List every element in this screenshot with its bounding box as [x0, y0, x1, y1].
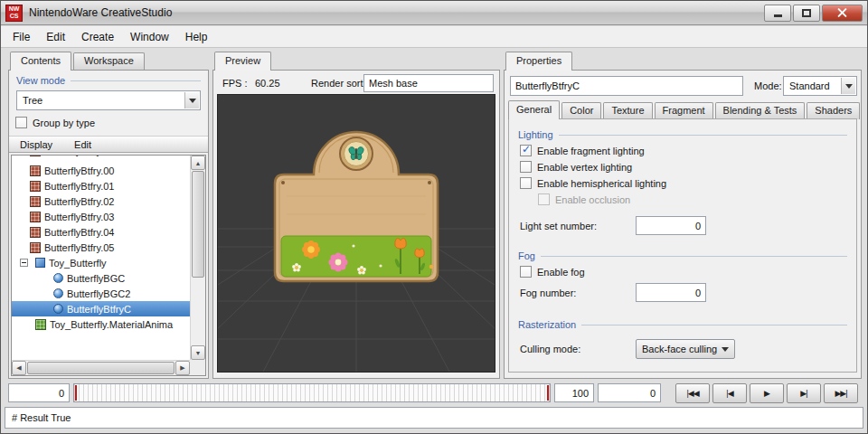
scroll-down-button[interactable]: ▼	[191, 345, 205, 360]
tree-item[interactable]: Toy_Butterfly.MaterialAnima	[12, 316, 190, 332]
lighting-heading: Lighting	[518, 129, 847, 140]
logo-text-bottom: CS	[10, 13, 19, 20]
skip-to-end-button[interactable]: ▶▶|	[824, 383, 858, 403]
menu-window[interactable]: Window	[122, 28, 177, 46]
mode-dropdown[interactable]: Standard	[783, 76, 857, 96]
render-sort-field[interactable]: Mesh base	[363, 74, 494, 92]
contents-tabstrip: Contents Workspace	[8, 52, 209, 70]
view-mode-dropdown[interactable]: Tree	[16, 90, 201, 110]
step-forward-button[interactable]: ▶|	[787, 383, 821, 403]
preview-viewport-3d[interactable]	[218, 95, 495, 372]
horizontal-scrollbar[interactable]: ◀ ▶	[12, 360, 190, 375]
collapse-expander-icon[interactable]	[20, 259, 28, 267]
fps-label: FPS :	[222, 78, 248, 89]
vertical-scrollbar[interactable]: ▲ ▼	[190, 156, 205, 360]
light-set-number-field[interactable]: 0	[636, 216, 706, 235]
tab-color[interactable]: Color	[561, 102, 601, 119]
minimize-icon	[774, 14, 782, 17]
tree-item-label: ButterflyBtfryC	[67, 304, 131, 315]
dropdown-button[interactable]	[841, 78, 855, 94]
enable-fog-checkbox[interactable]: Enable fog	[520, 266, 845, 278]
frame-start-field[interactable]: 0	[8, 383, 70, 402]
tab-workspace[interactable]: Workspace	[73, 52, 145, 70]
toolbar-display-menu[interactable]: Display	[9, 138, 63, 151]
maximize-button[interactable]	[793, 5, 820, 22]
checkbox-checked-icon	[520, 145, 532, 156]
tree-item[interactable]: ButterflyBtfry.02	[12, 193, 190, 209]
light-set-number-row: Light set number: 0	[520, 216, 845, 238]
skip-to-end-icon: ▶▶|	[835, 389, 846, 398]
menu-help[interactable]: Help	[177, 28, 216, 46]
close-icon	[837, 8, 847, 18]
minimize-button[interactable]	[764, 5, 791, 22]
checkbox-icon	[520, 266, 532, 278]
tree-item-selected[interactable]: ButterflyBtfryC	[12, 301, 190, 316]
frame-end-field[interactable]: 100	[554, 383, 594, 402]
tab-preview[interactable]: Preview	[214, 52, 271, 71]
enable-hemispherical-lighting-checkbox[interactable]: Enable hemispherical lighting	[520, 177, 845, 189]
horizontal-scrollbar-thumb[interactable]	[27, 362, 175, 374]
fog-number-field[interactable]: 0	[636, 283, 706, 302]
skip-to-start-button[interactable]: |◀◀	[675, 383, 710, 403]
frame-marker-start[interactable]	[75, 385, 77, 401]
animation-icon	[35, 319, 46, 330]
menu-create[interactable]: Create	[73, 28, 122, 46]
scroll-up-button[interactable]: ▲	[191, 156, 205, 170]
step-back-button[interactable]: |◀	[712, 383, 747, 403]
toolbar-edit-menu[interactable]: Edit	[63, 138, 102, 151]
render-sort-label: Render sort:	[311, 78, 366, 89]
scrollbar-corner	[190, 360, 205, 375]
culling-mode-row: Culling mode: Back-face culling	[520, 339, 845, 361]
tree-item[interactable]: ButterflyBtfry.01	[12, 178, 190, 193]
preview-body: FPS : 60.25 Render sort: Mesh base	[212, 70, 500, 379]
tree-item[interactable]: ButterflyBGC2	[12, 286, 190, 301]
material-name-field[interactable]: ButterflyBtfryC	[510, 76, 743, 96]
current-frame-field[interactable]: 0	[598, 383, 661, 402]
checkbox-icon	[15, 117, 27, 128]
culling-mode-label: Culling mode:	[520, 344, 580, 354]
tab-contents[interactable]: Contents	[10, 52, 71, 71]
butterfly-medallion	[340, 137, 373, 170]
tab-texture[interactable]: Texture	[603, 102, 652, 119]
preview-viewport[interactable]	[217, 94, 495, 373]
fps-value: 60.25	[255, 78, 280, 89]
vertical-scrollbar-thumb[interactable]	[192, 171, 204, 278]
screw-icon	[428, 181, 431, 184]
frame-marker-end[interactable]	[547, 385, 549, 401]
tab-properties[interactable]: Properties	[505, 52, 572, 71]
tree-item[interactable]: ButterflyBGC	[12, 270, 190, 286]
tab-blending-tests[interactable]: Blending & Tests	[715, 102, 806, 119]
play-button[interactable]: ▶	[750, 383, 784, 403]
tab-general[interactable]: General	[508, 100, 560, 119]
scroll-right-button[interactable]: ▶	[175, 361, 190, 375]
menu-file[interactable]: File	[5, 28, 38, 46]
scroll-left-button[interactable]: ◀	[12, 361, 26, 375]
tree-item-model[interactable]: Toy_Butterfly	[12, 255, 190, 270]
enable-vertex-lighting-checkbox[interactable]: Enable vertex lighting	[520, 161, 845, 173]
general-tab-content: Lighting Enable fragment lighting Enable…	[508, 118, 857, 373]
contents-body: View mode Tree Group by type Display Edi…	[8, 70, 209, 379]
step-back-icon: |◀	[726, 389, 732, 398]
culling-mode-value: Back-face culling	[642, 344, 717, 354]
properties-panel: Properties ButterflyBtfryC Mode: Standar…	[504, 52, 862, 379]
enable-fragment-lighting-checkbox[interactable]: Enable fragment lighting	[520, 145, 845, 156]
group-by-type-checkbox[interactable]: Group by type	[15, 117, 95, 128]
checkbox-icon	[538, 193, 550, 205]
close-button[interactable]	[822, 5, 863, 22]
chevron-down-icon	[722, 347, 729, 355]
tab-fragment[interactable]: Fragment	[655, 102, 713, 119]
culling-mode-dropdown[interactable]: Back-face culling	[636, 339, 735, 359]
tree-item[interactable]: ButterflyBtfry.03	[12, 209, 190, 224]
dropdown-button[interactable]	[184, 92, 199, 108]
tab-shaders[interactable]: Shaders	[807, 102, 860, 119]
contents-panel: Contents Workspace View mode Tree Group …	[8, 52, 209, 379]
tree-item[interactable]: ButterflyBtfry.05	[12, 240, 190, 255]
menu-edit[interactable]: Edit	[38, 28, 73, 46]
tree-item[interactable]: ButterflyBtfry.00	[12, 163, 190, 178]
tree-item-label: ButterflyBGC	[67, 273, 125, 284]
tree-item[interactable]: ButterflyBtfry	[12, 156, 190, 163]
timeline-track[interactable]	[73, 383, 551, 402]
properties-tabstrip: Properties	[504, 52, 862, 70]
tree-item[interactable]: ButterflyBtfry.04	[12, 224, 190, 240]
material-icon	[30, 165, 41, 176]
